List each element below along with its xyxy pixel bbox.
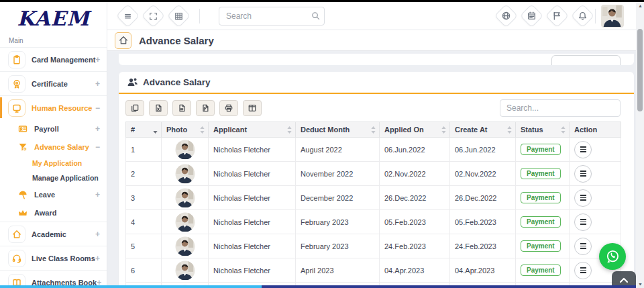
copy-button[interactable]: [125, 100, 144, 116]
vertical-scrollbar[interactable]: ▲ ▼: [636, 2, 644, 288]
row-action-button[interactable]: [574, 238, 592, 255]
column-header-appliedon[interactable]: Applied On: [380, 122, 450, 138]
topbar-divider: [199, 9, 200, 23]
topbar: [107, 2, 636, 30]
applicant-photo: [162, 210, 209, 234]
row-action-button[interactable]: [574, 165, 592, 183]
sidebar-item-label: My Application: [32, 159, 82, 167]
expand-plus-icon: +: [95, 230, 100, 239]
collapse-minus-icon: −: [95, 142, 100, 152]
flag-button[interactable]: [545, 4, 569, 28]
deduct-month: August 2022: [296, 138, 380, 162]
horizontal-scrollbar-track[interactable]: [262, 285, 636, 288]
csv-button[interactable]: [172, 100, 191, 116]
pdf-button[interactable]: [196, 100, 215, 116]
column-header-applicant[interactable]: Applicant: [209, 122, 296, 138]
applicant-photo: [162, 234, 209, 258]
excel-button[interactable]: [149, 100, 168, 116]
avatar: [166, 260, 203, 281]
search-icon: [311, 11, 320, 20]
action-cell: [570, 186, 621, 210]
page-title: Advance Salary: [139, 35, 214, 46]
table-row: 2 Nicholas FletcherNovember 202202.Nov.2…: [126, 162, 621, 186]
fullscreen-button[interactable]: [142, 4, 165, 28]
column-header-label: Status: [521, 126, 543, 134]
deduct-month: April 2023: [296, 258, 380, 283]
applied-on: 26.Dec.2022: [380, 186, 450, 210]
row-action-button[interactable]: [574, 141, 592, 158]
sidebar-section-label: Main: [9, 37, 107, 44]
sidebar-item-academic[interactable]: Academic+: [0, 222, 107, 246]
sidebar-item-certificate[interactable]: Certificate+: [0, 71, 107, 95]
sidebar-item-card-management[interactable]: Card Management+: [0, 47, 107, 71]
column-header-status[interactable]: Status: [516, 122, 570, 138]
fullscreen-icon: [150, 12, 158, 20]
expand-plus-icon: +: [95, 254, 100, 263]
sidebar-item-label: Manage Application: [32, 174, 99, 182]
sidebar-item-manage-application[interactable]: Manage Application: [0, 171, 107, 185]
row-action-button[interactable]: [574, 189, 592, 207]
column-header-photo[interactable]: Photo: [162, 122, 209, 138]
horizontal-scrollbar[interactable]: [0, 285, 644, 288]
applicant-name: Nicholas Fletcher: [209, 186, 296, 210]
status-badge: Payment: [521, 144, 561, 155]
hamburger-icon: [580, 267, 586, 273]
vertical-scrollbar-thumb[interactable]: [637, 29, 643, 111]
panel-header: Advance Salary: [119, 72, 634, 94]
topbar-left-buttons: [119, 7, 187, 24]
print-button[interactable]: [219, 100, 238, 116]
table-search: [500, 99, 621, 117]
sidebar-item-advance-salary[interactable]: 0Advance Salary−: [0, 138, 107, 156]
whatsapp-button[interactable]: [599, 243, 626, 270]
sidebar-item-live-class-rooms[interactable]: Live Class Rooms+: [0, 246, 107, 270]
table-search-input[interactable]: [500, 99, 621, 117]
umbrella-icon: [17, 190, 28, 199]
applicant-photo: [162, 138, 209, 162]
sidebar-item-label: Advance Salary: [34, 143, 89, 151]
column-header-deductmonth[interactable]: Deduct Month: [296, 122, 380, 138]
globe-button[interactable]: [494, 4, 518, 28]
topbar-search-input[interactable]: [219, 7, 325, 26]
applied-on: 05.Feb.2023: [380, 210, 450, 234]
file-pdf-icon: [201, 104, 209, 112]
advance-salary-panel: Advance Salary #PhotoApplicantDeduct Mon…: [119, 72, 634, 288]
row-action-button[interactable]: [574, 262, 592, 279]
grid-button[interactable]: [167, 4, 191, 28]
scroll-up-arrow-icon[interactable]: ▲: [638, 3, 643, 8]
home-icon[interactable]: [115, 32, 131, 49]
horizontal-scrollbar-thumb[interactable]: [0, 285, 262, 288]
sidebar-item-leave[interactable]: Leave+: [0, 185, 107, 203]
sidebar-item-my-application[interactable]: My Application: [0, 156, 107, 171]
chevron-up-icon: [619, 276, 629, 284]
applicant-name: Nicholas Fletcher: [209, 138, 296, 162]
action-cell: [570, 138, 621, 162]
sidebar-item-payroll[interactable]: Payroll+: [0, 119, 107, 138]
create-at: 26.Dec.2022: [450, 186, 516, 210]
hr-screen-icon: [8, 99, 25, 117]
calendar-button[interactable]: [520, 4, 543, 28]
sidebar-item-award[interactable]: Award: [0, 203, 107, 222]
column-header-[interactable]: #: [126, 122, 162, 138]
sidebar-item-human-resource[interactable]: Human Resource−: [0, 95, 107, 119]
row-number: 3: [126, 186, 162, 210]
menu-icon: [124, 12, 132, 20]
applied-on: 04.Apr.2023: [380, 258, 450, 283]
breadcrumb: Advance Salary: [107, 30, 636, 51]
applicant-photo: [162, 162, 209, 186]
bell-button[interactable]: [571, 4, 594, 28]
row-action-button[interactable]: [574, 213, 592, 231]
column-header-label: Photo: [166, 126, 187, 134]
sidebar-item-label: Live Class Rooms: [32, 254, 95, 262]
column-header-label: Create At: [455, 126, 488, 134]
table-row: 4 Nicholas FletcherFebruary 202305.Feb.2…: [126, 210, 621, 234]
user-avatar[interactable]: [601, 5, 624, 28]
menu-button[interactable]: [116, 4, 140, 28]
column-header-createat[interactable]: Create At: [450, 122, 516, 138]
row-number: 2: [126, 162, 162, 186]
sort-both-icon: [507, 126, 512, 134]
headset-icon: [8, 250, 25, 267]
columns-button[interactable]: [243, 100, 262, 116]
expand-plus-icon: +: [95, 124, 100, 134]
column-header-label: Action: [574, 126, 597, 134]
collapse-minus-icon: −: [95, 103, 100, 113]
